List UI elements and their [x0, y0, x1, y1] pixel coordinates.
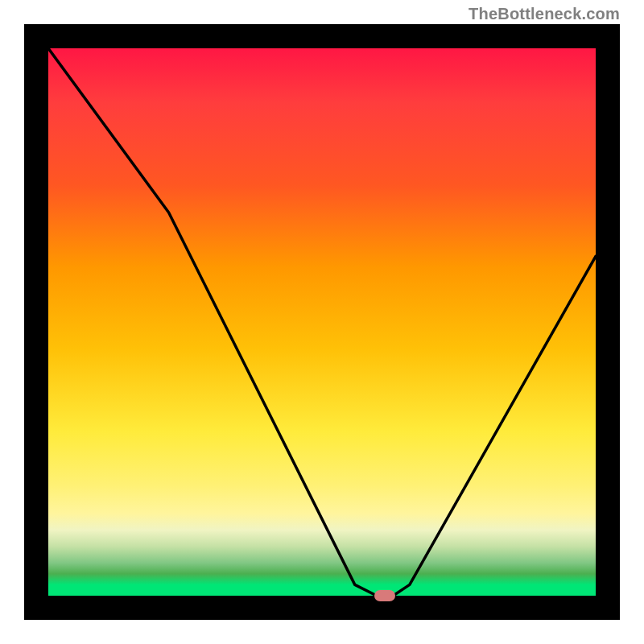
- minimum-marker: [374, 590, 395, 601]
- chart-curve: [48, 48, 596, 596]
- chart-container: TheBottleneck.com: [0, 0, 644, 644]
- watermark-text: TheBottleneck.com: [469, 5, 620, 23]
